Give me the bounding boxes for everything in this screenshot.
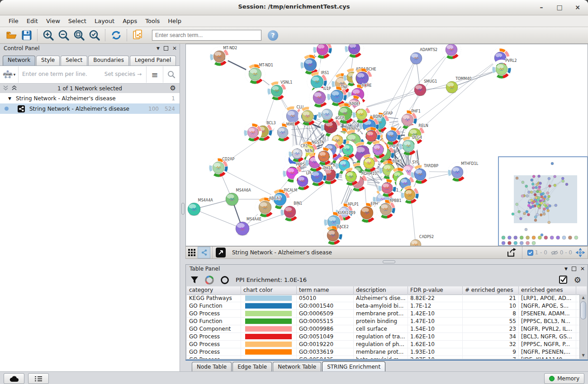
network-node-u7[interactable]: [244, 123, 262, 141]
network-node-MME[interactable]: MME: [274, 122, 295, 141]
export-network-icon[interactable]: [507, 248, 517, 257]
menu-edit[interactable]: Edit: [23, 16, 42, 26]
network-canvas[interactable]: MT-ND2MT-ND1VSNL1GAB2ADAMTS2IRS1CHATABCA…: [185, 44, 588, 246]
zoom-out-button[interactable]: [56, 28, 71, 42]
horizontal-splitter[interactable]: [185, 259, 588, 264]
network-node-MS4A4A[interactable]: MS4A4A: [188, 198, 213, 216]
table-vertical-scrollbar[interactable]: ▲ ▼: [579, 295, 587, 359]
network-row-selected[interactable]: String Network - Alzheimer's disease 100…: [0, 103, 180, 114]
column-header-category[interactable]: category: [187, 286, 241, 295]
column-header---enriched-genes[interactable]: # enriched genes: [463, 286, 519, 295]
close-button[interactable]: ×: [572, 2, 583, 12]
scroll-up-arrow[interactable]: ▲: [580, 295, 587, 301]
tab-style[interactable]: Style: [36, 56, 60, 66]
column-header-enriched-genes[interactable]: enriched genes: [519, 286, 576, 295]
help-icon[interactable]: ?: [268, 30, 278, 41]
select-all-checkbox-icon[interactable]: [559, 276, 568, 284]
network-node-u3[interactable]: [442, 44, 461, 59]
network-node-MS4A6A[interactable]: MS4A6A: [226, 188, 251, 206]
tab-network[interactable]: Network: [3, 56, 35, 66]
network-node-u6[interactable]: [298, 107, 317, 126]
zoom-in-button[interactable]: [41, 28, 56, 42]
task-history-button[interactable]: [28, 373, 49, 384]
string-protein-query-button[interactable]: STRING ▾: [0, 66, 19, 83]
scrollbar-thumb[interactable]: [580, 301, 586, 319]
network-node-u16[interactable]: [342, 168, 360, 186]
splitter-grip[interactable]: [181, 203, 185, 215]
tab-string-enrichment[interactable]: STRING Enrichment: [322, 361, 385, 371]
network-node-u23[interactable]: [401, 186, 419, 204]
network-node-u22[interactable]: [318, 105, 336, 123]
open-session-button[interactable]: [4, 28, 19, 42]
close-panel-icon[interactable]: ✕: [580, 266, 585, 272]
network-node-TARDBP[interactable]: TARDBP: [411, 164, 438, 184]
column-header-FDR-p-value[interactable]: FDR p-value: [408, 286, 463, 295]
table-row[interactable]: GO FunctionGO:0005515protein binding1.47…: [187, 318, 580, 325]
menu-select[interactable]: Select: [64, 16, 90, 26]
network-collection-row[interactable]: ▼ String Network - Alzheimer's disease 1: [0, 93, 180, 103]
tab-node-table[interactable]: Node Table: [192, 362, 232, 371]
network-node-CADPS2[interactable]: CADPS2: [410, 235, 434, 246]
network-app-button[interactable]: [215, 247, 227, 258]
float-panel-icon[interactable]: [164, 46, 168, 51]
table-row[interactable]: GO FunctionGO:0001540beta-amyloid bi...1…: [187, 302, 580, 310]
float-panel-icon[interactable]: [572, 267, 576, 271]
network-node-SMUG1[interactable]: SMUG1: [414, 80, 437, 96]
tab-boundaries[interactable]: Boundaries: [88, 56, 129, 66]
pan-navigation-icon[interactable]: [576, 248, 585, 257]
menu-layout[interactable]: Layout: [90, 16, 119, 26]
zoom-fit-button[interactable]: [71, 28, 87, 42]
network-node-BACE2[interactable]: BACE2: [323, 225, 349, 245]
panel-menu-icon[interactable]: ▼: [564, 267, 568, 271]
zoom-selected-button[interactable]: [87, 28, 102, 42]
splitter-grip[interactable]: [383, 260, 395, 263]
column-header-term-name[interactable]: term name: [297, 286, 354, 295]
tab-legend-panel[interactable]: Legend Panel: [130, 56, 176, 66]
network-node-u2[interactable]: [345, 44, 364, 58]
network-node-APBB1[interactable]: APBB1: [376, 199, 402, 219]
network-panel-gear-icon[interactable]: ⚙: [170, 84, 176, 92]
network-node-u14[interactable]: [315, 147, 333, 165]
minimize-button[interactable]: –: [536, 2, 547, 12]
birds-eye-view[interactable]: [498, 156, 588, 246]
ring-chart-icon[interactable]: [220, 276, 229, 285]
tab-edge-table[interactable]: Edge Table: [232, 362, 272, 371]
table-row[interactable]: GO ProcessGO:0033619membrane prot...1.93…: [187, 348, 580, 356]
network-from-file-button[interactable]: [130, 28, 146, 42]
network-node-VSNL1[interactable]: VSNL1: [267, 80, 292, 100]
save-session-button[interactable]: [19, 28, 34, 42]
filter-icon[interactable]: [190, 276, 199, 284]
network-node-ADAMTS2[interactable]: ADAMTS2: [410, 48, 437, 65]
network-node-PVRL2[interactable]: PVRL2: [492, 59, 517, 79]
collapse-all-icon[interactable]: [3, 85, 9, 91]
network-node-MT-ND1[interactable]: MT-ND1: [245, 63, 273, 84]
network-node-u17[interactable]: [360, 154, 378, 172]
column-header-description[interactable]: description: [354, 286, 408, 295]
panel-menu-icon[interactable]: ▼: [156, 46, 160, 51]
grid-view-button[interactable]: [186, 247, 198, 258]
network-node-u21[interactable]: [352, 105, 370, 123]
tab-select[interactable]: Select: [61, 56, 87, 66]
table-row[interactable]: GO ComponentGO:0009986cell surface1.54E-…: [187, 325, 580, 333]
menu-tools[interactable]: Tools: [141, 16, 164, 26]
maximize-button[interactable]: □: [554, 2, 565, 12]
string-search-button[interactable]: [163, 66, 180, 83]
network-node-u11[interactable]: [383, 127, 401, 145]
menu-file[interactable]: File: [5, 16, 23, 26]
table-row[interactable]: GO ProcessGO:0019220regulation of ph...1…: [187, 341, 580, 348]
table-row[interactable]: GO ProcessGO:0050435beta-amyloid m...2.0…: [187, 356, 580, 359]
memory-button[interactable]: Memory: [544, 373, 584, 384]
expand-all-icon[interactable]: [11, 85, 17, 91]
table-row[interactable]: KEGG Pathways05010Alzheimer's dise...8.8…: [187, 295, 580, 302]
chart-settings-icon[interactable]: [205, 276, 214, 285]
cloud-jobs-button[interactable]: [4, 373, 24, 384]
menu-help[interactable]: Help: [164, 16, 185, 26]
column-header-chart-color[interactable]: chart color: [241, 286, 297, 295]
menu-view[interactable]: View: [42, 16, 64, 26]
menu-apps[interactable]: Apps: [119, 16, 141, 26]
table-row[interactable]: GO ProcessGO:0006509membrane prot...1.42…: [187, 310, 580, 318]
network-node-MTHFD1L[interactable]: MTHFD1L: [448, 162, 479, 182]
search-input[interactable]: [152, 30, 261, 41]
string-options-button[interactable]: ≡: [146, 66, 163, 83]
birdseye-toggle-button[interactable]: [198, 247, 210, 258]
